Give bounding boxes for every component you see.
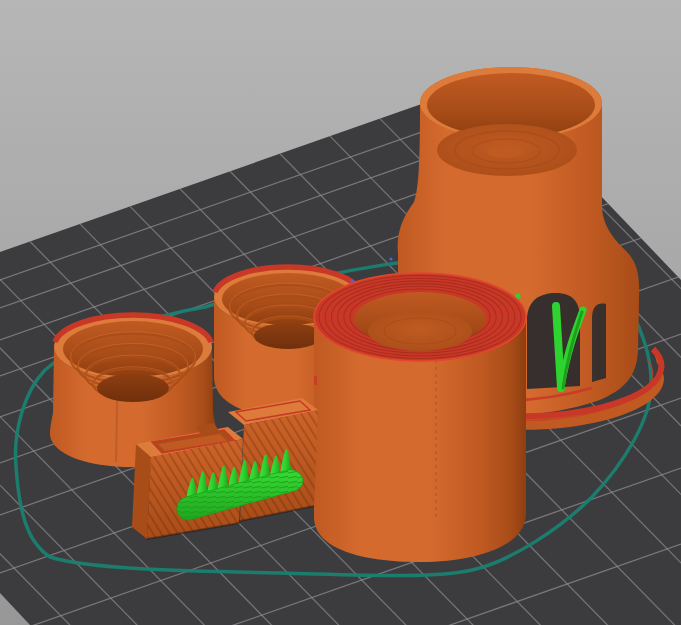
cylinder-red-seam bbox=[314, 376, 317, 385]
model-front-cylinder[interactable] bbox=[314, 257, 526, 562]
slicer-3d-viewport[interactable] bbox=[0, 0, 681, 625]
adapter-window-far-right bbox=[592, 304, 606, 382]
ring-left-hole bbox=[97, 374, 169, 402]
adapter-floor-center bbox=[487, 146, 523, 158]
ring-mid-hole bbox=[254, 323, 322, 349]
seam-marker-dot bbox=[350, 279, 353, 282]
seam-marker-dot bbox=[389, 257, 392, 260]
